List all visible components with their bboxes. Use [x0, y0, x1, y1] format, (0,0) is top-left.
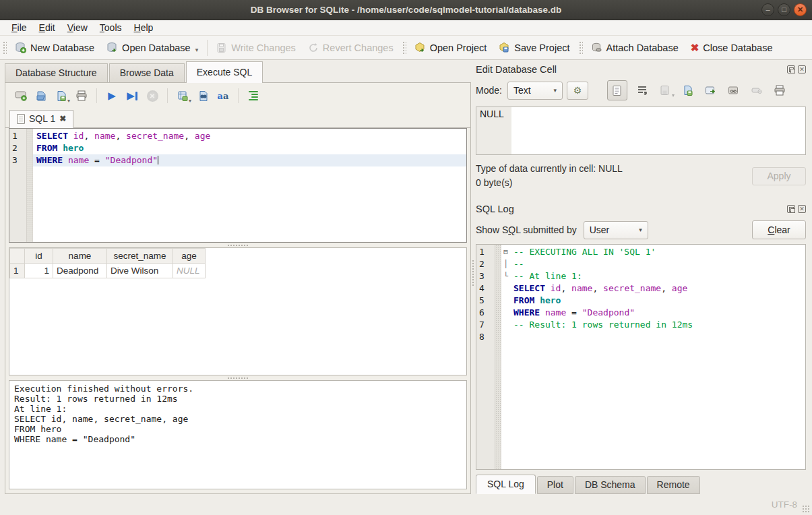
- close-icon[interactable]: ✕: [794, 3, 807, 16]
- message-line: Execution finished without errors.: [14, 384, 462, 394]
- toggle-results-button[interactable]: [245, 87, 262, 104]
- cell-edit-icons: ▾: [607, 80, 788, 100]
- code-line[interactable]: WHERE name = "Deadpond": [33, 154, 466, 166]
- resize-grip[interactable]: [802, 505, 810, 513]
- minimize-icon[interactable]: –: [761, 3, 774, 16]
- splitter-editor-results[interactable]: [5, 243, 470, 247]
- save-results-dropdown-icon[interactable]: ▾: [189, 98, 191, 104]
- results-table[interactable]: idnamesecret_nameage11DeadpondDive Wilso…: [9, 248, 206, 278]
- tab-execute-sql[interactable]: Execute SQL: [186, 61, 263, 83]
- column-header-secret_name[interactable]: secret_name: [107, 249, 173, 264]
- cell-value-area[interactable]: [511, 107, 805, 154]
- code-line[interactable]: SELECT id, name, secret_name, age: [33, 130, 466, 142]
- dock-close-icon[interactable]: ✕: [798, 205, 806, 213]
- tab-database-structure[interactable]: Database Structure: [5, 63, 108, 82]
- execute-line-button[interactable]: ▶: [123, 87, 141, 104]
- code-line[interactable]: --: [510, 258, 805, 270]
- menu-tools[interactable]: Tools: [94, 21, 128, 34]
- open-in-external-button[interactable]: [703, 82, 719, 98]
- open-sql-file-button[interactable]: [32, 87, 50, 104]
- menu-edit[interactable]: Edit: [33, 21, 61, 34]
- import-cell-button[interactable]: [680, 82, 696, 98]
- sql-editor[interactable]: 123 SELECT id, name, secret_name, ageFRO…: [9, 128, 467, 243]
- toolbar-grip[interactable]: [578, 40, 583, 55]
- open-database-button[interactable]: Open Database ▾: [100, 39, 204, 56]
- vertical-splitter[interactable]: [472, 260, 475, 286]
- close-tab-icon[interactable]: ✖: [59, 114, 66, 123]
- toolbar-grip[interactable]: [2, 40, 7, 55]
- new-sql-tab-button[interactable]: [12, 87, 30, 104]
- table-cell[interactable]: 1: [25, 264, 53, 278]
- dock-float-icon[interactable]: [787, 205, 795, 213]
- log-filter-select[interactable]: User ▾: [584, 221, 648, 239]
- fold-marker-icon[interactable]: ⊟: [501, 246, 510, 258]
- row-header[interactable]: 1: [10, 264, 25, 278]
- open-database-dropdown-icon[interactable]: ▾: [195, 47, 199, 53]
- cell-value-editor[interactable]: NULL: [476, 107, 806, 155]
- code-line[interactable]: WHERE name = "Deadpond": [510, 307, 805, 319]
- code-line[interactable]: [510, 331, 805, 343]
- column-header-age[interactable]: age: [173, 249, 206, 264]
- save-project-button[interactable]: Save Project: [493, 39, 575, 56]
- save-sql-file-button[interactable]: ▾: [53, 87, 70, 104]
- table-cell[interactable]: Dive Wilson: [107, 264, 173, 278]
- table-cell[interactable]: NULL: [173, 264, 206, 278]
- column-header-name[interactable]: name: [53, 249, 107, 264]
- column-header-id[interactable]: id: [25, 249, 53, 264]
- auto-switch-mode-button[interactable]: ⚙: [567, 82, 588, 100]
- sql-toolbar: ▾ ▶ ▶ ✕ ▾ aa: [5, 83, 470, 109]
- cell-info-row: Type of data currently in cell: NULL 0 b…: [476, 163, 806, 191]
- dock-tab-db-schema[interactable]: DB Schema: [575, 476, 646, 494]
- code-line[interactable]: SELECT id, name, secret_name, age: [510, 282, 805, 295]
- dock-float-icon[interactable]: [787, 65, 795, 73]
- editor-code[interactable]: SELECT id, name, secret_name, ageFROM he…: [33, 129, 466, 242]
- attach-database-button[interactable]: Attach Database: [585, 39, 685, 56]
- dock-tab-remote[interactable]: Remote: [647, 476, 700, 494]
- results-grid[interactable]: idnamesecret_nameage11DeadpondDive Wilso…: [9, 247, 467, 375]
- print-cell-button[interactable]: [772, 82, 788, 98]
- mode-select[interactable]: Text ▾: [507, 82, 563, 100]
- menu-file[interactable]: File: [5, 21, 33, 34]
- execute-all-button[interactable]: ▶: [103, 87, 121, 104]
- maximize-icon[interactable]: □: [778, 3, 790, 16]
- table-cell[interactable]: Deadpond: [53, 264, 107, 278]
- find-replace-button[interactable]: [194, 87, 212, 104]
- titlebar[interactable]: DB Browser for SQLite - /home/user/code/…: [0, 0, 812, 20]
- menu-view[interactable]: View: [61, 21, 94, 34]
- dock-tab-sql-log[interactable]: SQL Log: [476, 475, 536, 494]
- code-line[interactable]: -- Result: 1 rows returned in 12ms: [510, 319, 805, 331]
- encoding-indicator[interactable]: UTF-8: [772, 499, 797, 510]
- new-database-button[interactable]: New Database: [9, 39, 100, 56]
- word-wrap-button[interactable]: [634, 82, 650, 98]
- dock-close-icon[interactable]: ✕: [798, 65, 806, 73]
- link-button[interactable]: [726, 82, 742, 98]
- sql-log-view[interactable]: 12345678 ⊟│└ -- EXECUTING ALL IN 'SQL 1'…: [476, 244, 806, 470]
- clear-log-button[interactable]: Clear: [752, 220, 806, 239]
- code-line[interactable]: FROM hero: [33, 142, 466, 154]
- tab-browse-data[interactable]: Browse Data: [109, 63, 185, 82]
- table-row[interactable]: 11DeadpondDive WilsonNULL: [10, 264, 206, 278]
- sql1-tab[interactable]: SQL 1 ✖: [9, 110, 73, 128]
- dock-tab-plot[interactable]: Plot: [537, 476, 573, 494]
- save-sql-dropdown-icon[interactable]: ▾: [67, 98, 70, 104]
- fold-marker-icon: │: [501, 258, 510, 270]
- status-bar: UTF-8: [0, 494, 812, 515]
- code-line[interactable]: -- EXECUTING ALL IN 'SQL 1': [510, 246, 805, 258]
- print-button[interactable]: [73, 87, 90, 104]
- save-results-button[interactable]: ▾: [174, 87, 191, 104]
- code-line[interactable]: FROM hero: [510, 295, 805, 307]
- apply-button: Apply: [752, 167, 806, 185]
- message-line: FROM hero: [14, 424, 462, 434]
- open-project-button[interactable]: Open Project: [408, 39, 493, 56]
- text-document-button[interactable]: [607, 80, 627, 100]
- close-database-button[interactable]: ✖ Close Database: [685, 39, 779, 57]
- corner-header[interactable]: [10, 249, 25, 264]
- log-fold-markers[interactable]: ⊟│└: [501, 245, 510, 469]
- menu-help[interactable]: Help: [128, 21, 160, 34]
- splitter-results-message[interactable]: [5, 375, 470, 380]
- line-number: 5: [479, 295, 495, 307]
- toolbar-grip[interactable]: [402, 40, 406, 55]
- code-line[interactable]: -- At line 1:: [510, 270, 805, 282]
- format-sql-button[interactable]: aa: [214, 87, 232, 104]
- mode-value: Text: [513, 85, 531, 96]
